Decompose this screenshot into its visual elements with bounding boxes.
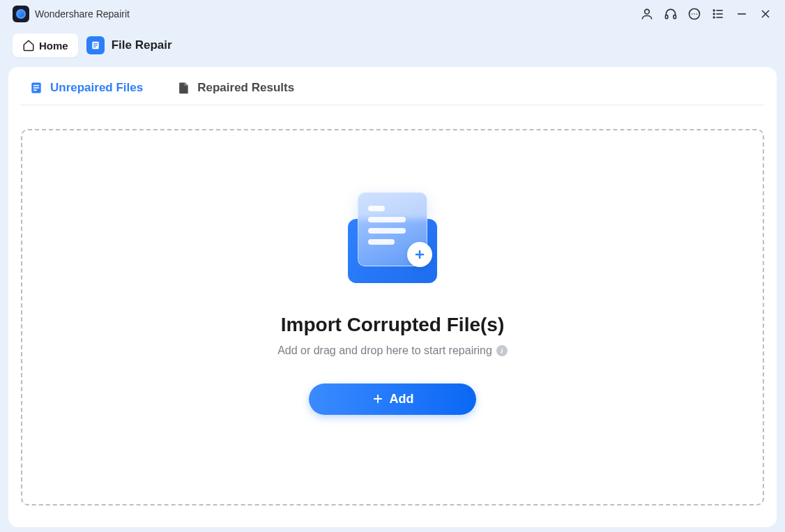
svg-point-6 [696,13,698,15]
tab-label: Unrepaired Files [50,81,143,95]
dropzone-subtitle-text: Add or drag and drop here to start repai… [277,344,492,357]
svg-point-4 [692,13,693,15]
titlebar-left: Wondershare Repairit [13,6,130,22]
dropzone-title: Import Corrupted File(s) [281,314,504,336]
section-breadcrumb: File Repair [86,36,172,54]
svg-rect-2 [673,15,676,19]
svg-point-0 [645,9,650,14]
menu-list-icon[interactable] [711,7,725,21]
tab-label: Repaired Results [197,81,294,95]
file-repair-icon [86,36,105,54]
close-icon[interactable] [759,7,772,21]
file-add-illustration-icon [344,192,441,283]
home-label: Home [39,40,68,52]
chat-icon[interactable] [687,7,701,21]
home-button[interactable]: Home [13,33,78,57]
app-logo-icon [13,6,29,22]
svg-rect-1 [666,15,668,19]
svg-rect-19 [93,47,96,47]
document-icon [29,81,43,95]
tab-repaired-results[interactable]: Repaired Results [176,81,294,95]
toolbar: Home File Repair [0,28,785,67]
minimize-icon[interactable] [735,7,749,21]
dropzone-subtitle: Add or drag and drop here to start repai… [277,344,508,357]
add-button[interactable]: Add [309,383,476,415]
svg-rect-22 [33,87,39,89]
svg-rect-18 [93,45,98,45]
info-icon[interactable]: i [496,345,508,356]
dropzone[interactable]: Import Corrupted File(s) Add or drag and… [21,129,764,506]
plus-icon [372,393,384,405]
tab-unrepaired-files[interactable]: Unrepaired Files [29,81,143,95]
svg-point-7 [713,10,715,11]
svg-rect-17 [93,43,98,44]
home-icon [22,39,35,52]
document-check-icon [176,81,190,95]
svg-point-9 [713,13,715,15]
titlebar-right [640,7,772,21]
svg-point-11 [713,17,715,18]
user-icon[interactable] [640,7,654,21]
svg-rect-23 [33,90,37,91]
add-button-label: Add [390,392,414,406]
titlebar: Wondershare Repairit [0,0,785,28]
app-title: Wondershare Repairit [35,8,130,20]
section-label: File Repair [112,38,172,52]
headset-icon[interactable] [664,7,678,21]
main-card: Unrepaired Files Repaired Results [8,67,777,527]
svg-point-5 [694,13,695,15]
svg-rect-21 [33,85,39,86]
tabs: Unrepaired Files Repaired Results [21,81,764,105]
